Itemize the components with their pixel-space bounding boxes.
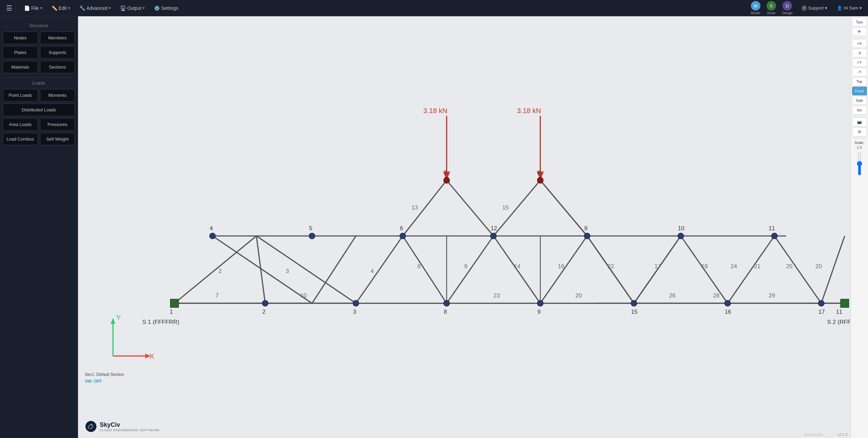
svg-line-28 <box>774 236 821 303</box>
svg-text:3: 3 <box>286 268 289 274</box>
top-view-button[interactable]: Top <box>852 77 867 86</box>
svg-point-50 <box>400 233 405 239</box>
nav-file[interactable]: 📄 File ▾ <box>20 3 46 13</box>
svg-line-22 <box>493 236 540 303</box>
model-label: Model <box>751 11 760 15</box>
svg-text:6: 6 <box>400 225 403 232</box>
tips-button[interactable]: Tips <box>852 18 867 26</box>
structure-svg: 3.18 kN 3.18 kN <box>78 16 850 438</box>
svg-point-56 <box>537 177 543 183</box>
solve-label: Solve <box>767 11 775 15</box>
point-loads-button[interactable]: Point Loads <box>3 89 38 102</box>
svg-point-44 <box>537 300 543 306</box>
front-view-button[interactable]: Front <box>852 87 867 95</box>
svg-text:9: 9 <box>537 308 541 315</box>
svg-point-51 <box>491 233 496 239</box>
svg-text:7: 7 <box>444 169 447 176</box>
distributed-loads-button[interactable]: Distributed Loads <box>3 104 75 116</box>
right-panel: Tips 👁 +X -X +Y -Y Top Front Side Iso 📷 … <box>850 16 868 438</box>
sections-button[interactable]: Sections <box>40 61 75 73</box>
edit-icon: ✏️ <box>52 5 57 11</box>
minus-y-button[interactable]: -Y <box>852 68 867 76</box>
area-loads-button[interactable]: Area Loads <box>3 118 38 131</box>
user-icon: 👤 <box>837 5 842 11</box>
scale-slider-container <box>856 150 863 177</box>
advanced-icon: 🔧 <box>79 5 85 11</box>
svg-line-11 <box>257 236 265 303</box>
svg-text:4: 4 <box>371 268 374 274</box>
nav-advanced[interactable]: 🔧 Advanced ▾ <box>75 3 115 13</box>
main-area: Structure Nodes Members Plates Supports … <box>0 16 868 438</box>
svg-point-52 <box>584 233 590 239</box>
svg-point-41 <box>262 300 268 306</box>
load-combos-button[interactable]: Load Combos <box>3 133 38 145</box>
svg-text:29: 29 <box>769 292 775 299</box>
render-settings-button[interactable]: ⚙ <box>852 127 867 136</box>
svg-text:9: 9 <box>464 263 468 270</box>
mode-solve[interactable]: S Solve <box>764 0 779 16</box>
side-view-button[interactable]: Side <box>852 96 867 105</box>
svg-text:3: 3 <box>353 308 356 315</box>
mode-design[interactable]: D Design <box>779 0 795 16</box>
mode-model[interactable]: M Model <box>748 0 763 16</box>
svg-text:20: 20 <box>815 263 822 270</box>
edit-label: Edit <box>59 5 67 11</box>
user-button[interactable]: 👤 Hi Sam ▾ <box>833 3 865 13</box>
nav-output[interactable]: 🖥️ Output ▾ <box>116 3 149 13</box>
settings-icon: ⚙️ <box>154 5 160 11</box>
members-button[interactable]: Members <box>40 32 75 44</box>
self-weight-button[interactable]: Self Weight <box>40 133 75 145</box>
canvas-area[interactable]: 3.18 kN 3.18 kN <box>78 16 850 438</box>
svg-text:7: 7 <box>215 292 219 299</box>
svg-text:10: 10 <box>300 292 307 299</box>
camera-button[interactable]: 📷 <box>852 117 867 127</box>
sidebar: Structure Nodes Members Plates Supports … <box>0 16 78 438</box>
minus-x-button[interactable]: -X <box>852 49 867 57</box>
svg-text:3.18 kN: 3.18 kN <box>517 107 541 114</box>
svg-text:3.18 kN: 3.18 kN <box>423 107 447 114</box>
menu-toggle-button[interactable]: ☰ <box>3 2 16 14</box>
output-label: Output <box>127 5 141 11</box>
svg-text:13: 13 <box>412 204 418 211</box>
iso-view-button[interactable]: Iso <box>852 106 867 114</box>
visibility-button[interactable]: 👁 <box>852 27 867 36</box>
svg-text:4: 4 <box>210 225 213 232</box>
version-info: v2.2.6 <box>837 433 848 437</box>
support-label: Support <box>808 5 824 11</box>
supports-button[interactable]: Supports <box>40 46 75 59</box>
svg-text:16: 16 <box>725 308 731 315</box>
nodes-button[interactable]: Nodes <box>3 32 38 44</box>
pressures-button[interactable]: Pressures <box>40 118 75 131</box>
structure-buttons: Nodes Members Plates Supports Materials … <box>3 32 75 73</box>
svg-point-49 <box>309 233 315 239</box>
nav-edit[interactable]: ✏️ Edit ▾ <box>48 3 74 13</box>
svg-text:2: 2 <box>219 268 222 274</box>
svg-text:8: 8 <box>444 308 447 315</box>
section-info: Sec1: Default Section <box>85 372 124 377</box>
scale-value: 1.0 <box>857 145 862 149</box>
svg-text:23: 23 <box>493 292 500 299</box>
nav-settings[interactable]: ⚙️ Settings <box>150 3 183 13</box>
sw-info: SW: OFF <box>85 379 102 384</box>
support-arrow: ▾ <box>825 5 827 11</box>
svg-line-26 <box>681 236 728 303</box>
plus-y-button[interactable]: +Y <box>852 58 867 67</box>
logo-name: SkyCiv <box>100 421 159 428</box>
support-button[interactable]: Support ▾ <box>798 3 831 13</box>
logo-text: SkyCiv CLOUD ENGINEERING SOFTWARE <box>100 421 159 432</box>
plus-x-button[interactable]: +X <box>852 39 867 48</box>
svg-point-108 <box>86 421 96 432</box>
rp-divider-3 <box>853 138 866 138</box>
moments-button[interactable]: Moments <box>40 89 75 102</box>
svg-text:15: 15 <box>631 308 638 315</box>
scale-slider[interactable] <box>856 152 863 176</box>
svg-text:S 2 (RFFRRR): S 2 (RFFRRR) <box>827 318 851 325</box>
design-label: Design <box>782 11 793 15</box>
svg-text:18: 18 <box>701 263 708 270</box>
plates-button[interactable]: Plates <box>3 46 38 59</box>
svg-line-21 <box>540 180 587 236</box>
skyciv-logo-icon <box>85 420 97 433</box>
watermark-text: dontusethis <box>804 433 823 437</box>
materials-button[interactable]: Materials <box>3 61 38 73</box>
settings-label: Settings <box>161 5 178 11</box>
